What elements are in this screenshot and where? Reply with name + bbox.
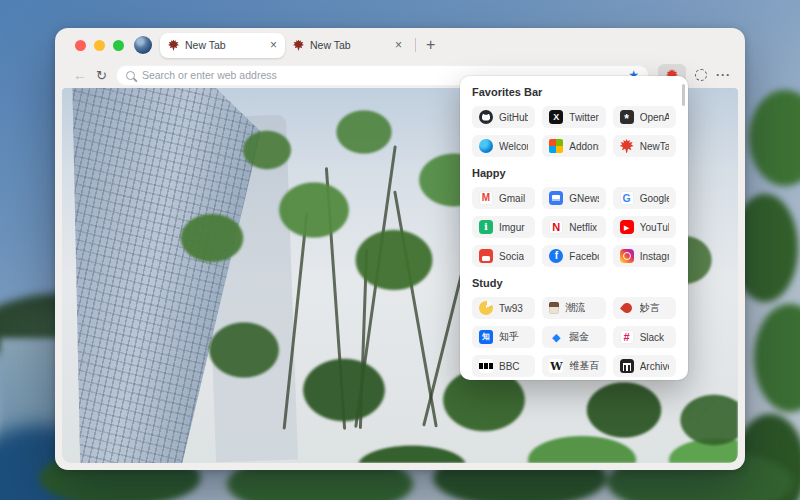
section-title: Favorites Bar: [472, 86, 676, 98]
tab-title: New Tab: [185, 39, 264, 51]
favorite-item-facebook[interactable]: Facebook: [542, 245, 605, 267]
twitter-icon: [549, 110, 563, 124]
tab-bar: New Tab × New Tab × +: [55, 28, 745, 62]
wikipedia-icon: [549, 359, 563, 373]
favorite-item-github[interactable]: GitHub: [472, 106, 535, 128]
settings-gear-icon[interactable]: [695, 69, 707, 81]
minimize-window-button[interactable]: [94, 40, 105, 51]
favorite-item-zhihu[interactable]: 知乎: [472, 326, 535, 348]
back-icon[interactable]: ←: [73, 68, 87, 82]
close-window-button[interactable]: [75, 40, 86, 51]
favorite-item-addons[interactable]: Addons: [542, 135, 605, 157]
favorite-label: NewTab: [640, 141, 669, 152]
youtube-icon: [620, 220, 634, 234]
favorite-item-twitter[interactable]: Twitter: [542, 106, 605, 128]
tw93-icon: [479, 301, 493, 315]
welcome-icon: [479, 139, 493, 153]
favorite-label: 潮流: [565, 301, 585, 315]
tabs: New Tab × New Tab × +: [160, 28, 435, 62]
gmail-icon: [479, 191, 493, 205]
favorites-grid: GmailGNewsGoogleImgurNetflixYouTubeSocia…: [472, 187, 676, 267]
favorite-label: OpenAI: [640, 112, 669, 123]
favorite-label: Instagram: [640, 251, 669, 262]
tab-new-tab-1[interactable]: New Tab ×: [160, 33, 285, 58]
profile-avatar[interactable]: [134, 36, 152, 54]
socia-icon: [479, 249, 493, 263]
favorite-label: GitHub: [499, 112, 528, 123]
tab-close-icon[interactable]: ×: [270, 39, 277, 51]
maple-leaf-favicon: [293, 40, 304, 51]
zhihu-icon: [479, 330, 493, 344]
favorite-label: Slack: [640, 332, 664, 343]
favorite-item-chaoliu[interactable]: 潮流: [542, 297, 605, 319]
favorite-label: 妙言: [640, 301, 660, 315]
favorite-label: Archive: [640, 361, 669, 372]
section-title: Happy: [472, 167, 676, 179]
favorite-item-bbc[interactable]: BBC: [472, 355, 535, 377]
favorite-item-gmail[interactable]: Gmail: [472, 187, 535, 209]
favorite-label: YouTube: [640, 222, 669, 233]
favorite-item-welcome[interactable]: Welcome: [472, 135, 535, 157]
tab-title: New Tab: [310, 39, 389, 51]
addons-icon: [549, 139, 563, 153]
gnews-icon: [549, 191, 563, 205]
favorite-item-openai[interactable]: OpenAI: [613, 106, 676, 128]
tab-close-icon[interactable]: ×: [395, 39, 402, 51]
chaoliu-icon: [549, 302, 559, 314]
favorite-label: GNews: [569, 193, 598, 204]
juejin-icon: [549, 330, 563, 344]
favorite-label: BBC: [499, 361, 520, 372]
favorite-item-gnews[interactable]: GNews: [542, 187, 605, 209]
section-title: Study: [472, 277, 676, 289]
newtab-icon: [620, 139, 634, 153]
favorite-item-instagram[interactable]: Instagram: [613, 245, 676, 267]
favorites-panel-sections: Favorites BarGitHubTwitterOpenAIWelcomeA…: [472, 86, 676, 377]
browser-window: New Tab × New Tab × + ← ↻ Search or ente…: [55, 28, 745, 470]
favorite-label: Gmail: [499, 193, 525, 204]
tab-divider: [415, 38, 416, 52]
favorite-item-archive[interactable]: Archive: [613, 355, 676, 377]
favorite-label: Twitter: [569, 112, 598, 123]
traffic-lights: [75, 40, 124, 51]
panel-scrollbar[interactable]: [682, 84, 685, 106]
slack-icon: [620, 330, 634, 344]
favorite-label: Facebook: [569, 251, 598, 262]
bbc-icon: [479, 359, 493, 373]
favorite-item-wikipedia[interactable]: 维基百科: [542, 355, 605, 377]
openai-icon: [620, 110, 634, 124]
new-tab-button[interactable]: +: [426, 36, 435, 54]
maple-leaf-favicon: [168, 40, 179, 51]
favorite-item-socia[interactable]: Socia: [472, 245, 535, 267]
panel-section: HappyGmailGNewsGoogleImgurNetflixYouTube…: [472, 167, 676, 267]
panel-section: Favorites BarGitHubTwitterOpenAIWelcomeA…: [472, 86, 676, 157]
panel-section: StudyTw93潮流妙言知乎掘金SlackBBC维基百科Archive: [472, 277, 676, 377]
github-icon: [479, 110, 493, 124]
favorite-item-google[interactable]: Google: [613, 187, 676, 209]
miaoyan-icon: [620, 301, 634, 315]
instagram-icon: [620, 249, 634, 263]
favorite-item-miaoyan[interactable]: 妙言: [613, 297, 676, 319]
archive-icon: [620, 359, 634, 373]
facebook-icon: [549, 249, 563, 263]
zoom-window-button[interactable]: [113, 40, 124, 51]
favorite-label: Tw93: [499, 303, 523, 314]
favorite-label: Imgur: [499, 222, 525, 233]
reload-icon[interactable]: ↻: [96, 69, 107, 82]
favorite-item-youtube[interactable]: YouTube: [613, 216, 676, 238]
favorite-item-newtab[interactable]: NewTab: [613, 135, 676, 157]
favorite-label: 知乎: [499, 330, 519, 344]
favorite-item-juejin[interactable]: 掘金: [542, 326, 605, 348]
tab-new-tab-2[interactable]: New Tab ×: [285, 33, 410, 58]
favorite-item-imgur[interactable]: Imgur: [472, 216, 535, 238]
favorite-item-tw93[interactable]: Tw93: [472, 297, 535, 319]
favorite-label: Addons: [569, 141, 598, 152]
favorite-item-netflix[interactable]: Netflix: [542, 216, 605, 238]
netflix-icon: [549, 220, 563, 234]
favorite-label: Welcome: [499, 141, 528, 152]
favorite-label: 掘金: [569, 330, 589, 344]
favorite-item-slack[interactable]: Slack: [613, 326, 676, 348]
favorite-label: 维基百科: [569, 359, 598, 373]
more-menu-button[interactable]: ···: [716, 68, 731, 82]
favorites-panel: Favorites BarGitHubTwitterOpenAIWelcomeA…: [460, 76, 688, 380]
favorite-label: Netflix: [569, 222, 597, 233]
